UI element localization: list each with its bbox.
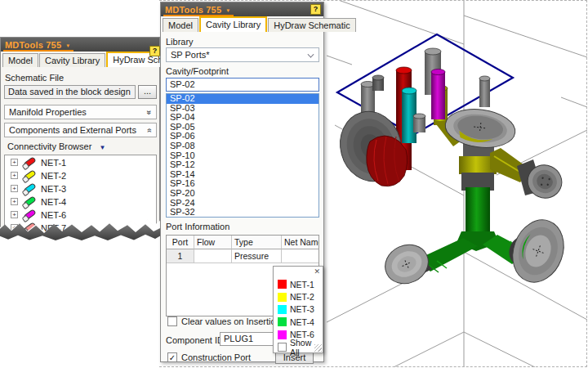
- legend-item-net2: NET-2: [274, 290, 323, 303]
- net-pen-icon: [23, 182, 36, 194]
- manifold-properties-label: Manifold Properties: [9, 107, 87, 117]
- checkbox-unchecked[interactable]: [278, 343, 287, 352]
- tree-item-net2[interactable]: + NET-2: [5, 169, 156, 182]
- cavity-tabs: Model Cavity Library HyDraw Schematic: [161, 16, 323, 32]
- library-select[interactable]: SP Ports*: [166, 47, 319, 62]
- expand-icon[interactable]: +: [11, 211, 18, 218]
- legend-item-net3: NET-3: [274, 303, 323, 316]
- construction-port-label: Construction Port: [181, 352, 251, 362]
- expand-icon[interactable]: +: [11, 159, 18, 166]
- connectivity-dropdown-icon[interactable]: ▼: [99, 144, 105, 151]
- clear-values-label: Clear values on Insertion: [181, 316, 281, 326]
- panel-title: MDTools 755: [165, 5, 221, 15]
- tab-cavity-library[interactable]: Cavity Library: [39, 53, 105, 67]
- title-accent: [163, 15, 234, 16]
- list-item[interactable]: SP-32: [167, 208, 318, 218]
- net-pen-icon: [23, 156, 36, 168]
- title-dropdown-icon[interactable]: ▼: [65, 43, 70, 48]
- list-item[interactable]: SP-08: [167, 141, 318, 151]
- net-pen-icon: [23, 195, 36, 207]
- component-id-label: Component ID: [166, 335, 224, 345]
- 3d-viewport[interactable]: [324, 1, 587, 367]
- checkbox-checked[interactable]: ✓: [167, 352, 177, 362]
- connectivity-tree: + NET-1 + NET-2 + NET-3 + NET-4 +: [4, 155, 157, 240]
- magenta-port: [431, 70, 445, 120]
- list-item[interactable]: SP-20: [167, 189, 318, 199]
- cavity-library-panel: MDTools 755 ▼ ? Model Cavity Library HyD…: [160, 2, 324, 362]
- chevron-down-icon: »: [145, 110, 154, 114]
- color-swatch: [278, 280, 287, 289]
- color-swatch: [278, 293, 287, 302]
- gray-stud-ports: [361, 48, 490, 117]
- legend-item-net4: NET-4: [274, 316, 323, 328]
- tree-item-net6[interactable]: + NET-6: [5, 209, 156, 221]
- red-drum: [367, 136, 408, 186]
- help-icon[interactable]: ?: [149, 46, 160, 56]
- title-dropdown-icon[interactable]: ▼: [225, 8, 230, 13]
- tab-model[interactable]: Model: [2, 53, 38, 67]
- components-ports-bar[interactable]: Components and External Ports »: [4, 123, 157, 137]
- hydraw-tabs: Model Cavity Library HyDraw Schematic: [1, 52, 159, 67]
- connectivity-browser-label: Connectivity Browser ▼: [7, 141, 105, 151]
- checkbox-unchecked[interactable]: [167, 316, 177, 326]
- right-green-flange: [504, 213, 572, 289]
- cavity-footprint-label: Cavity/Footprint: [166, 66, 229, 76]
- cavity-panel-titlebar[interactable]: MDTools 755 ▼: [161, 2, 323, 16]
- tree-item-net3[interactable]: + NET-3: [5, 182, 156, 195]
- port-information-label: Port Information: [166, 222, 229, 231]
- app-window: MDTools 755 ▼ ? Model Cavity Library HyD…: [0, 0, 588, 368]
- expand-icon[interactable]: +: [11, 172, 18, 179]
- expand-icon[interactable]: +: [11, 198, 18, 205]
- net-pen-icon: [23, 209, 36, 220]
- components-ports-label: Components and External Ports: [9, 125, 136, 135]
- schematic-file-label: Schematic File: [5, 73, 64, 83]
- close-icon[interactable]: ✕: [314, 267, 320, 276]
- net-pen-icon: [23, 169, 36, 181]
- gray-stud-front: [413, 114, 425, 132]
- list-item[interactable]: SP-12: [167, 160, 318, 170]
- list-item[interactable]: SP-02: [167, 94, 318, 104]
- cavity-list[interactable]: SP-02 SP-03 SP-04 SP-05 SP-06 SP-08 SP-1…: [166, 93, 319, 218]
- color-swatch: [278, 317, 287, 326]
- manifold-properties-bar[interactable]: Manifold Properties »: [4, 105, 157, 119]
- clear-values-checkbox-row[interactable]: Clear values on Insertion: [167, 316, 281, 326]
- tree-item-net1[interactable]: + NET-1: [5, 156, 156, 168]
- color-swatch: [278, 330, 287, 339]
- help-icon[interactable]: ?: [310, 4, 321, 15]
- browse-button[interactable]: ...: [138, 85, 157, 99]
- title-accent: [3, 50, 74, 52]
- manifold-3d-model: [324, 1, 587, 367]
- color-swatch: [278, 305, 287, 314]
- resize-grip[interactable]: [314, 344, 322, 352]
- table-header: Port Flow Type Net Name: [167, 236, 318, 249]
- panel-title: MDTools 755: [5, 40, 61, 50]
- cavity-filter-input[interactable]: SP-02: [166, 78, 319, 92]
- chevron-up-icon: »: [145, 128, 154, 132]
- tab-cavity-library[interactable]: Cavity Library: [199, 16, 267, 32]
- library-label: Library: [166, 37, 194, 47]
- tab-hydraw-schematic[interactable]: HyDraw Schematic: [268, 18, 356, 32]
- net-color-popup: ✕ NET-1 NET-2 NET-3 NET-4 NET-6: [273, 266, 323, 353]
- tab-model[interactable]: Model: [163, 18, 198, 32]
- expand-icon[interactable]: +: [11, 185, 18, 192]
- schematic-file-value[interactable]: Data saved in the block design: [4, 85, 136, 99]
- component-id-field[interactable]: PLUG1: [220, 332, 274, 346]
- construction-port-checkbox-row[interactable]: ✓ Construction Port: [167, 352, 251, 362]
- tree-item-net4[interactable]: + NET-4: [5, 195, 156, 208]
- hydraw-panel: MDTools 755 ▼ ? Model Cavity Library HyD…: [0, 37, 160, 239]
- left-green-flange: [379, 238, 434, 291]
- legend-item-net1: NET-1: [274, 278, 323, 290]
- chevron-down-icon: [308, 52, 314, 58]
- table-row[interactable]: 1 Pressure: [167, 249, 318, 263]
- hydraw-panel-titlebar[interactable]: MDTools 755 ▼: [1, 38, 159, 52]
